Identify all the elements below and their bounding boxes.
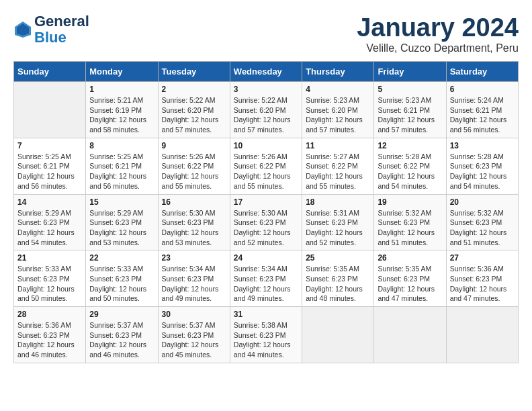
- calendar-cell: [446, 307, 518, 363]
- day-info: Sunrise: 5:21 AM Sunset: 6:19 PM Dayligh…: [89, 95, 154, 135]
- day-info: Sunrise: 5:25 AM Sunset: 6:21 PM Dayligh…: [89, 152, 154, 191]
- day-info: Sunrise: 5:22 AM Sunset: 6:20 PM Dayligh…: [162, 95, 226, 135]
- calendar-cell: 4Sunrise: 5:23 AM Sunset: 6:20 PM Daylig…: [302, 82, 374, 138]
- calendar-cell: 12Sunrise: 5:28 AM Sunset: 6:22 PM Dayli…: [374, 138, 446, 194]
- calendar-cell: 8Sunrise: 5:25 AM Sunset: 6:21 PM Daylig…: [86, 138, 158, 194]
- calendar-cell: [302, 307, 374, 363]
- calendar-week-row: 14Sunrise: 5:29 AM Sunset: 6:23 PM Dayli…: [14, 194, 519, 250]
- day-info: Sunrise: 5:30 AM Sunset: 6:23 PM Dayligh…: [234, 208, 298, 248]
- calendar-cell: 2Sunrise: 5:22 AM Sunset: 6:20 PM Daylig…: [158, 82, 230, 138]
- day-number: 13: [450, 141, 515, 150]
- day-number: 14: [17, 197, 82, 207]
- day-number: 30: [162, 310, 226, 319]
- day-number: 16: [162, 197, 226, 207]
- calendar-cell: 13Sunrise: 5:28 AM Sunset: 6:23 PM Dayli…: [446, 138, 518, 194]
- day-number: 20: [450, 197, 515, 207]
- calendar-header: SundayMondayTuesdayWednesdayThursdayFrid…: [14, 62, 519, 82]
- day-number: 25: [306, 253, 370, 263]
- day-number: 28: [17, 310, 82, 319]
- day-info: Sunrise: 5:33 AM Sunset: 6:23 PM Dayligh…: [17, 264, 82, 304]
- day-info: Sunrise: 5:29 AM Sunset: 6:23 PM Dayligh…: [17, 208, 82, 248]
- calendar-body: 1Sunrise: 5:21 AM Sunset: 6:19 PM Daylig…: [14, 82, 519, 363]
- day-number: 9: [162, 141, 226, 150]
- day-info: Sunrise: 5:37 AM Sunset: 6:23 PM Dayligh…: [162, 320, 226, 360]
- calendar-cell: 6Sunrise: 5:24 AM Sunset: 6:21 PM Daylig…: [446, 82, 518, 138]
- calendar-cell: 24Sunrise: 5:34 AM Sunset: 6:23 PM Dayli…: [230, 250, 302, 307]
- calendar-cell: 5Sunrise: 5:23 AM Sunset: 6:21 PM Daylig…: [374, 82, 446, 138]
- calendar-cell: [374, 307, 446, 363]
- title-area: January 2024 Velille, Cuzco Department, …: [357, 13, 519, 54]
- calendar-cell: 7Sunrise: 5:25 AM Sunset: 6:21 PM Daylig…: [14, 138, 86, 194]
- calendar-cell: 3Sunrise: 5:22 AM Sunset: 6:20 PM Daylig…: [230, 82, 302, 138]
- calendar-cell: 1Sunrise: 5:21 AM Sunset: 6:19 PM Daylig…: [86, 82, 158, 138]
- day-info: Sunrise: 5:37 AM Sunset: 6:23 PM Dayligh…: [89, 320, 154, 360]
- day-info: Sunrise: 5:35 AM Sunset: 6:23 PM Dayligh…: [306, 264, 370, 304]
- calendar-cell: 16Sunrise: 5:30 AM Sunset: 6:23 PM Dayli…: [158, 194, 230, 250]
- day-number: 23: [162, 253, 226, 263]
- calendar-cell: 10Sunrise: 5:26 AM Sunset: 6:22 PM Dayli…: [230, 138, 302, 194]
- day-number: 31: [234, 310, 298, 319]
- day-info: Sunrise: 5:33 AM Sunset: 6:23 PM Dayligh…: [89, 264, 154, 304]
- day-number: 1: [89, 85, 154, 94]
- calendar-cell: 28Sunrise: 5:36 AM Sunset: 6:23 PM Dayli…: [14, 307, 86, 363]
- calendar-cell: 20Sunrise: 5:32 AM Sunset: 6:23 PM Dayli…: [446, 194, 518, 250]
- weekday-header-cell: Saturday: [446, 62, 518, 82]
- day-number: 4: [306, 85, 370, 94]
- day-info: Sunrise: 5:23 AM Sunset: 6:21 PM Dayligh…: [378, 95, 442, 135]
- weekday-header-cell: Monday: [86, 62, 158, 82]
- day-number: 27: [450, 253, 515, 263]
- weekday-header-row: SundayMondayTuesdayWednesdayThursdayFrid…: [14, 62, 519, 82]
- calendar-cell: 18Sunrise: 5:31 AM Sunset: 6:23 PM Dayli…: [302, 194, 374, 250]
- calendar-week-row: 21Sunrise: 5:33 AM Sunset: 6:23 PM Dayli…: [14, 250, 519, 307]
- logo-icon: [13, 20, 32, 39]
- header: General Blue January 2024 Velille, Cuzco…: [13, 13, 519, 54]
- calendar-table: SundayMondayTuesdayWednesdayThursdayFrid…: [13, 61, 519, 363]
- day-info: Sunrise: 5:28 AM Sunset: 6:23 PM Dayligh…: [450, 152, 515, 191]
- day-number: 29: [89, 310, 154, 319]
- day-info: Sunrise: 5:36 AM Sunset: 6:23 PM Dayligh…: [17, 320, 82, 360]
- day-info: Sunrise: 5:26 AM Sunset: 6:22 PM Dayligh…: [234, 152, 298, 191]
- calendar-cell: 30Sunrise: 5:37 AM Sunset: 6:23 PM Dayli…: [158, 307, 230, 363]
- calendar-cell: 9Sunrise: 5:26 AM Sunset: 6:22 PM Daylig…: [158, 138, 230, 194]
- day-info: Sunrise: 5:30 AM Sunset: 6:23 PM Dayligh…: [162, 208, 226, 248]
- day-info: Sunrise: 5:34 AM Sunset: 6:23 PM Dayligh…: [162, 264, 226, 304]
- day-number: 10: [234, 141, 298, 150]
- calendar-cell: 31Sunrise: 5:38 AM Sunset: 6:23 PM Dayli…: [230, 307, 302, 363]
- day-info: Sunrise: 5:29 AM Sunset: 6:23 PM Dayligh…: [89, 208, 154, 248]
- calendar-cell: 21Sunrise: 5:33 AM Sunset: 6:23 PM Dayli…: [14, 250, 86, 307]
- weekday-header-cell: Thursday: [302, 62, 374, 82]
- day-number: 11: [306, 141, 370, 150]
- day-info: Sunrise: 5:32 AM Sunset: 6:23 PM Dayligh…: [378, 208, 442, 248]
- logo-text: General Blue: [34, 13, 89, 46]
- calendar-cell: 29Sunrise: 5:37 AM Sunset: 6:23 PM Dayli…: [86, 307, 158, 363]
- calendar-cell: 14Sunrise: 5:29 AM Sunset: 6:23 PM Dayli…: [14, 194, 86, 250]
- calendar-week-row: 1Sunrise: 5:21 AM Sunset: 6:19 PM Daylig…: [14, 82, 519, 138]
- day-info: Sunrise: 5:35 AM Sunset: 6:23 PM Dayligh…: [378, 264, 442, 304]
- day-number: 6: [450, 85, 515, 94]
- day-info: Sunrise: 5:22 AM Sunset: 6:20 PM Dayligh…: [234, 95, 298, 135]
- calendar-cell: 11Sunrise: 5:27 AM Sunset: 6:22 PM Dayli…: [302, 138, 374, 194]
- calendar-cell: 25Sunrise: 5:35 AM Sunset: 6:23 PM Dayli…: [302, 250, 374, 307]
- calendar-week-row: 7Sunrise: 5:25 AM Sunset: 6:21 PM Daylig…: [14, 138, 519, 194]
- subtitle: Velille, Cuzco Department, Peru: [357, 42, 519, 54]
- day-number: 15: [89, 197, 154, 207]
- day-info: Sunrise: 5:32 AM Sunset: 6:23 PM Dayligh…: [450, 208, 515, 248]
- day-number: 5: [378, 85, 442, 94]
- day-number: 8: [89, 141, 154, 150]
- day-info: Sunrise: 5:34 AM Sunset: 6:23 PM Dayligh…: [234, 264, 298, 304]
- calendar-cell: 23Sunrise: 5:34 AM Sunset: 6:23 PM Dayli…: [158, 250, 230, 307]
- day-info: Sunrise: 5:27 AM Sunset: 6:22 PM Dayligh…: [306, 152, 370, 191]
- day-number: 3: [234, 85, 298, 94]
- day-info: Sunrise: 5:24 AM Sunset: 6:21 PM Dayligh…: [450, 95, 515, 135]
- day-number: 18: [306, 197, 370, 207]
- day-number: 17: [234, 197, 298, 207]
- weekday-header-cell: Friday: [374, 62, 446, 82]
- logo-line2: Blue: [34, 30, 89, 46]
- calendar-cell: 27Sunrise: 5:36 AM Sunset: 6:23 PM Dayli…: [446, 250, 518, 307]
- month-title: January 2024: [357, 13, 519, 42]
- day-info: Sunrise: 5:36 AM Sunset: 6:23 PM Dayligh…: [450, 264, 515, 304]
- day-number: 19: [378, 197, 442, 207]
- calendar-cell: 26Sunrise: 5:35 AM Sunset: 6:23 PM Dayli…: [374, 250, 446, 307]
- day-number: 22: [89, 253, 154, 263]
- day-info: Sunrise: 5:25 AM Sunset: 6:21 PM Dayligh…: [17, 152, 82, 191]
